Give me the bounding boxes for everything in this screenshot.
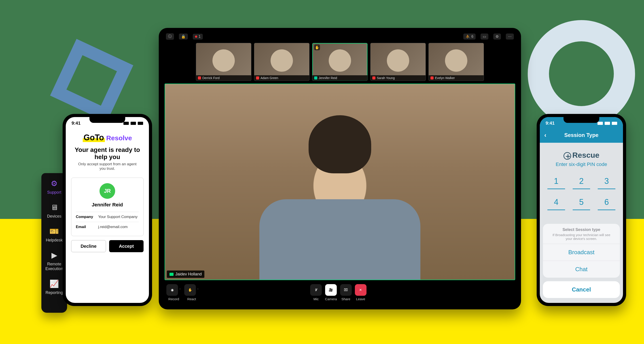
alert-count: 1: [198, 35, 200, 39]
participants-button[interactable]: ⛹ 6: [463, 33, 476, 39]
lock-button[interactable]: 🔒: [179, 33, 188, 39]
action-sheet: Select Session type If Broadcasting your…: [543, 224, 620, 298]
devices-icon: 🖥: [50, 203, 59, 212]
react-button[interactable]: ✋˄: [184, 284, 196, 296]
rescue-plus-icon: ＋: [564, 152, 571, 160]
alert-dot-icon: [195, 35, 197, 38]
conference-bottombar: ◉˄ Record ✋˄ React 🎙︎̸ Mic 🎥 Camera: [163, 280, 517, 302]
share-label: Share: [342, 297, 350, 301]
pin-digit-6[interactable]: 6: [598, 195, 616, 210]
resolve-logo: GoToResolve: [66, 133, 149, 142]
rescue-header-title: Session Type: [564, 132, 598, 138]
decorative-ring: [528, 20, 635, 127]
thumb-name: Adam Green: [260, 76, 278, 80]
share-screen-icon: ⌧: [344, 288, 348, 292]
leave-button[interactable]: ✕: [355, 284, 366, 296]
rescue-header: ‹ Session Type: [540, 128, 623, 143]
thumb-adam[interactable]: Adam Green: [254, 43, 310, 81]
option-broadcast[interactable]: Broadcast: [543, 244, 620, 261]
sidebar-item-label: Support: [47, 190, 61, 195]
battery-icon: [612, 122, 617, 125]
email-value: j.reid@email.com: [98, 225, 128, 229]
camera-button[interactable]: 🎥: [325, 284, 337, 296]
decline-button[interactable]: Decline: [71, 240, 106, 252]
record-button[interactable]: ◉˄: [166, 284, 178, 296]
phone-notch: [90, 117, 125, 123]
share-button[interactable]: ⌧: [340, 284, 352, 296]
participant-count: 6: [471, 35, 474, 39]
person-icon: ⛹: [466, 34, 470, 39]
company-value: Your Support Company: [98, 215, 138, 219]
speaking-indicator-icon: [170, 273, 174, 276]
sidebar-item-devices[interactable]: 🖥 Devices: [47, 203, 61, 219]
speaker-torso-icon: [260, 199, 420, 280]
alert-indicator[interactable]: 1: [193, 34, 203, 39]
close-icon: ✕: [359, 288, 362, 292]
camera-label: Camera: [325, 297, 337, 301]
cancel-button[interactable]: Cancel: [543, 281, 620, 298]
chevron-up-icon[interactable]: ˄: [179, 288, 181, 292]
mic-muted-icon: [198, 76, 201, 79]
sidebar-item-remote-execution[interactable]: ▶ Remote Execution: [43, 251, 66, 271]
more-button[interactable]: ⋯: [506, 33, 514, 39]
option-chat[interactable]: Chat: [543, 261, 620, 278]
logo-brand: GoTo: [83, 133, 105, 142]
layout-button[interactable]: ▭: [480, 33, 488, 39]
hand-raised-icon: ✋: [314, 44, 320, 50]
pin-digit-3[interactable]: 3: [598, 174, 616, 189]
mic-muted-icon: [372, 76, 376, 79]
thumb-evelyn[interactable]: Evelyn Walker: [428, 43, 484, 81]
record-label: Record: [168, 297, 179, 301]
rescue-brand-text: Rescue: [572, 151, 600, 159]
pin-digit-5[interactable]: 5: [573, 195, 590, 210]
sidebar-item-support[interactable]: ⚙ Support: [47, 179, 61, 195]
thumb-person-icon: [387, 49, 409, 72]
resolve-subtext: Only accept support from an agent you tr…: [66, 162, 149, 175]
react-label: React: [187, 297, 196, 301]
sidebar-item-reporting[interactable]: 📈 Reporting: [46, 279, 63, 295]
agent-card: JR Jennifer Reid Company Your Support Co…: [71, 178, 144, 236]
thumb-name: Sarah Young: [377, 76, 395, 80]
thumb-sarah[interactable]: Sarah Young: [370, 43, 426, 81]
pin-digit-1[interactable]: 1: [548, 174, 565, 189]
logo-product: Resolve: [106, 134, 132, 142]
thumb-person-icon: [329, 49, 351, 72]
main-speaker-video[interactable]: Jaidev Holland: [164, 83, 515, 280]
resolve-headline: Your agent is ready to help you: [66, 144, 149, 162]
camera-icon: 🎥: [329, 288, 333, 292]
helpdesk-icon: 🎫: [50, 227, 58, 236]
mic-muted-icon: [430, 76, 434, 79]
accept-button[interactable]: Accept: [109, 240, 144, 252]
reporting-icon: 📈: [50, 279, 58, 288]
remote-execution-icon: ▶: [50, 251, 59, 260]
mic-label: Mic: [314, 297, 319, 301]
battery-icon: [138, 122, 143, 125]
rescue-brand: ＋Rescue: [540, 151, 623, 160]
phone-resolve: 9:41 GoToResolve Your agent is ready to …: [62, 114, 152, 306]
pin-digit-2[interactable]: 2: [573, 174, 590, 189]
main-speaker-namebar: Jaidev Holland: [167, 271, 204, 278]
speaker-head-icon: [308, 115, 371, 173]
info-button[interactable]: ⓘ: [166, 33, 174, 40]
settings-button[interactable]: ⚙: [493, 33, 501, 39]
pin-digit-4[interactable]: 4: [548, 195, 565, 210]
thumb-name: Jennifer Reid: [319, 76, 337, 80]
rescue-subtitle: Enter six-digit PIN code: [540, 161, 623, 167]
thumb-derrick[interactable]: Derrick Ford: [196, 43, 251, 81]
status-time: 9:41: [546, 121, 554, 126]
sheet-title: Select Session type: [543, 224, 620, 233]
thumb-name: Evelyn Walker: [435, 76, 455, 80]
sidebar-item-label: Helpdesk: [46, 238, 62, 243]
mic-button[interactable]: 🎙︎̸: [310, 284, 322, 296]
email-label: Email: [76, 225, 98, 229]
cellular-signal-icon: [598, 122, 603, 125]
back-button[interactable]: ‹: [544, 132, 546, 139]
support-icon: ⚙: [50, 179, 58, 188]
chevron-up-icon[interactable]: ˄: [197, 288, 198, 292]
main-speaker-name: Jaidev Holland: [175, 272, 202, 277]
leave-label: Leave: [356, 297, 365, 301]
agent-avatar: JR: [100, 183, 115, 199]
thumb-jennifer[interactable]: ✋ Jennifer Reid: [312, 43, 368, 81]
sidebar-item-helpdesk[interactable]: 🎫 Helpdesk: [46, 227, 62, 243]
sidebar-item-label: Devices: [47, 214, 61, 219]
